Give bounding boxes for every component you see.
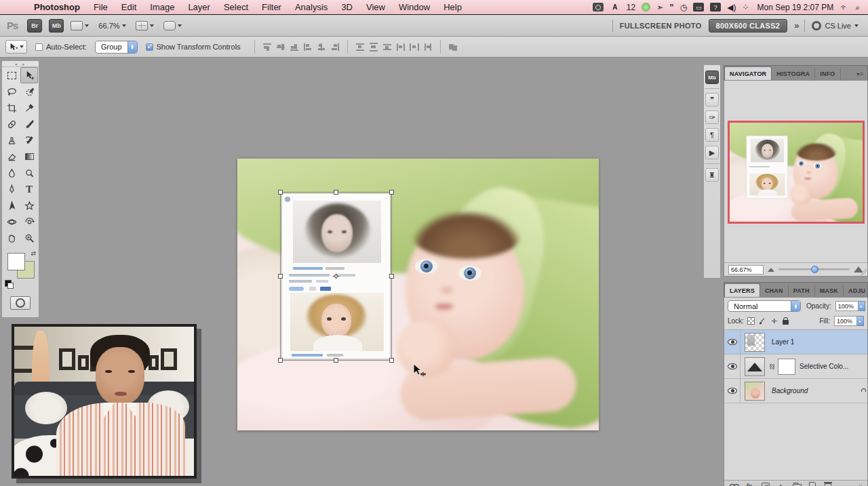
show-transform-controls-checkbox[interactable]: Show Transform Controls	[146, 43, 241, 51]
navigator-zoom-slider-thumb[interactable]	[811, 266, 818, 273]
workspace-overflow-button[interactable]: »	[794, 20, 797, 31]
workspace-800x600-class2[interactable]: 800X600 CLASS2	[709, 19, 788, 33]
tool-history-brush[interactable]	[20, 132, 38, 148]
pasted-webpage-layer[interactable]	[281, 193, 391, 359]
menu-item-3d[interactable]: 3D	[334, 2, 359, 12]
swap-colors-icon[interactable]: ⇄	[31, 250, 36, 257]
menu-item-analysis[interactable]: Analysis	[288, 2, 334, 12]
tool-gradient[interactable]	[20, 148, 38, 165]
new-group-button[interactable]	[792, 482, 802, 486]
brush-presets-panel-icon[interactable]: ❞	[705, 93, 719, 106]
layers-resize-grip[interactable]	[855, 483, 862, 486]
menu-item-edit[interactable]: Edit	[115, 2, 143, 12]
background-thumbnail[interactable]	[745, 382, 765, 401]
tool-eyedropper[interactable]	[20, 100, 38, 116]
menu-item-filter[interactable]: Filter	[255, 2, 288, 12]
distribute-right-edges-icon[interactable]	[423, 43, 433, 52]
auto-select-checkbox[interactable]: Auto-Select:	[35, 43, 87, 51]
new-layer-button[interactable]	[808, 482, 817, 486]
chat-icon[interactable]: ❞	[669, 3, 673, 12]
layer-row-layer1[interactable]: Layer 1	[724, 330, 867, 355]
align-left-edges-icon[interactable]	[303, 43, 313, 52]
distribute-left-edges-icon[interactable]	[396, 43, 406, 52]
tool-blur[interactable]	[3, 165, 20, 181]
tool-move[interactable]	[20, 67, 38, 83]
distribute-top-edges-icon[interactable]	[355, 43, 365, 52]
show-transform-box[interactable]	[146, 43, 153, 51]
foreground-color-swatch[interactable]	[7, 253, 25, 270]
layer-row-selective-color[interactable]: ⛓ Selective Colo...	[724, 355, 867, 379]
tab-adjustments[interactable]: ADJU	[844, 285, 868, 297]
tab-channels[interactable]: CHAN	[760, 285, 789, 297]
navigator-proxy-view[interactable]	[728, 121, 865, 224]
clone-source-panel-icon[interactable]: ♜	[705, 168, 719, 182]
layer-style-button[interactable]: fx.	[745, 482, 755, 486]
navigator-zoom-field[interactable]: 66.67%	[728, 265, 764, 275]
navigator-resize-grip[interactable]	[860, 268, 867, 275]
tab-masks[interactable]: MASK	[815, 285, 844, 297]
background-name[interactable]: Background	[772, 387, 808, 394]
tool-clone-stamp[interactable]	[3, 132, 20, 148]
align-bottom-edges-icon[interactable]	[290, 43, 299, 52]
align-top-edges-icon[interactable]	[262, 43, 272, 52]
auto-align-layers-icon[interactable]	[448, 43, 458, 52]
tab-navigator[interactable]: NAVIGATOR	[724, 66, 772, 80]
workspace-fullscreen-photo[interactable]: FULLSCREEN PHOTO	[620, 22, 702, 30]
tool-crop[interactable]	[3, 100, 20, 116]
tool-quick-selection[interactable]	[20, 83, 38, 100]
quick-mask-button[interactable]	[10, 296, 31, 310]
menu-item-view[interactable]: View	[359, 2, 392, 12]
tool-presets-panel-icon[interactable]: ✑	[705, 110, 719, 124]
layer-mask-thumbnail[interactable]	[778, 359, 795, 375]
zoom-out-icon[interactable]	[768, 268, 774, 272]
tool-3d-camera-rotate[interactable]	[20, 214, 38, 230]
menu-item-layer[interactable]: Layer	[181, 2, 217, 12]
visibility-toggle[interactable]	[728, 339, 737, 345]
tool-path-selection[interactable]	[3, 197, 20, 214]
universal-access-icon[interactable]: ⁘	[742, 3, 749, 12]
align-vertical-centers-icon[interactable]	[276, 43, 285, 52]
tab-layers[interactable]: LAYERS	[724, 283, 760, 297]
tool-type[interactable]: T	[20, 181, 38, 197]
sync-icon[interactable]	[642, 3, 650, 12]
camera-icon[interactable]	[593, 3, 604, 12]
menu-item-photoshop[interactable]: Photoshop	[27, 2, 87, 12]
opacity-field[interactable]: 100% ▸	[835, 301, 865, 311]
screen-mode-dropdown[interactable]	[163, 21, 182, 31]
display-icon[interactable]: ▭	[693, 3, 704, 12]
lock-all-icon[interactable]	[781, 317, 790, 325]
tab-histogram[interactable]: HISTOGRA	[772, 68, 815, 80]
lock-image-pixels-icon[interactable]	[758, 317, 767, 325]
layer-row-background[interactable]: Background	[724, 379, 867, 403]
fill-field[interactable]: 100% ▸	[834, 316, 864, 326]
tool-preset-picker[interactable]	[5, 40, 27, 54]
navigator-panel-menu-icon[interactable]: ▾≡	[853, 68, 867, 80]
tool-eraser[interactable]	[3, 148, 20, 165]
layer1-name[interactable]: Layer 1	[772, 338, 794, 346]
auto-select-box[interactable]	[35, 43, 43, 51]
visibility-toggle[interactable]	[728, 388, 737, 394]
tab-paths[interactable]: PATH	[789, 285, 815, 297]
tool-brush[interactable]	[20, 116, 38, 132]
menu-item-file[interactable]: File	[87, 2, 115, 12]
distribute-vertical-centers-icon[interactable]	[369, 43, 378, 52]
mini-bridge-button[interactable]: Mb	[49, 19, 64, 33]
spotlight-icon[interactable]: ⌕	[855, 3, 860, 12]
help-box-icon[interactable]: ?	[710, 3, 721, 12]
tools-panel-grip[interactable]: ● ●	[2, 61, 39, 67]
link-layers-button[interactable]	[730, 482, 739, 486]
tool-dodge[interactable]	[20, 165, 38, 181]
tool-spot-healing-brush[interactable]	[3, 116, 20, 132]
wifi-icon[interactable]: ᯤ	[840, 3, 848, 12]
tool-zoom[interactable]	[20, 230, 38, 246]
time-machine-icon[interactable]: ◷	[680, 3, 687, 12]
input-source-icon[interactable]: A	[610, 3, 620, 12]
arrange-documents-dropdown[interactable]	[136, 21, 154, 31]
share-icon[interactable]: ➣	[656, 3, 663, 12]
distribute-horizontal-centers-icon[interactable]	[410, 43, 419, 52]
delete-layer-button[interactable]	[823, 482, 833, 486]
add-layer-mask-button[interactable]	[761, 482, 770, 486]
document-canvas[interactable]: ✧	[237, 159, 599, 430]
tool-lasso[interactable]	[3, 83, 20, 100]
menu-item-select[interactable]: Select	[217, 2, 255, 12]
